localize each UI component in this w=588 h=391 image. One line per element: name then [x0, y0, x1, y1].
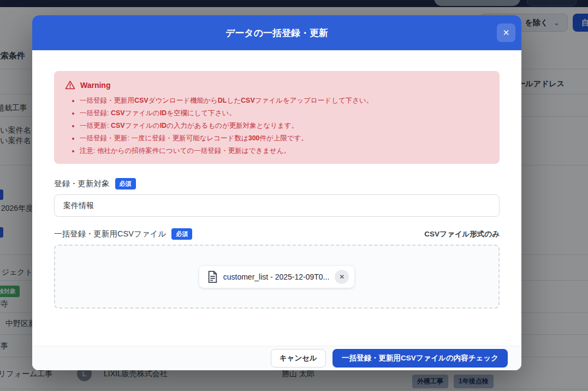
warning-item: 一括登録: CSVファイルのIDを空欄にして下さい。 [80, 109, 489, 117]
warning-list: 一括登録・更新用CSVダウンロード機能からDLしたCSVファイルをアップロードし… [65, 97, 489, 155]
warning-title: Warning [80, 81, 110, 90]
csv-content-check-button[interactable]: 一括登録・更新用CSVファイルの内容チェック [332, 349, 508, 368]
warning-item: 一括登録・更新用CSVダウンロード機能からDLしたCSVファイルをアップロードし… [80, 97, 489, 105]
warning-panel: Warning 一括登録・更新用CSVダウンロード機能からDLしたCSVファイル… [54, 71, 500, 164]
bulk-register-update-modal: データの一括登録・更新 ✕ Warning 一括登録・更新用CSVダウンロード機… [32, 15, 521, 370]
warning-triangle-icon [65, 80, 75, 90]
csv-field-label: 一括登録・更新用CSVファイル [54, 229, 166, 239]
document-icon [207, 271, 218, 283]
csv-field-label-row: 一括登録・更新用CSVファイル 必須 CSVファイル形式のみ [54, 228, 500, 240]
target-field-label-row: 登録・更新対象 必須 [54, 178, 500, 189]
warning-header: Warning [65, 80, 489, 90]
target-field-input[interactable] [54, 194, 500, 217]
csv-upload-dropzone[interactable]: customer_list - 2025-12-09T0... ✕ [54, 245, 500, 309]
required-badge: 必須 [171, 228, 192, 240]
warning-item: 注意: 他社からの招待案件についての一括登録・更新はできません。 [80, 147, 489, 155]
target-field-label: 登録・更新対象 [54, 179, 110, 189]
remove-file-icon[interactable]: ✕ [335, 270, 349, 284]
cancel-button[interactable]: キャンセル [271, 349, 326, 368]
modal-footer: キャンセル 一括登録・更新用CSVファイルの内容チェック [32, 346, 521, 370]
csv-format-note: CSVファイル形式のみ [424, 229, 500, 239]
uploaded-file-chip: customer_list - 2025-12-09T0... ✕ [199, 266, 355, 288]
modal-body: Warning 一括登録・更新用CSVダウンロード機能からDLしたCSVファイル… [32, 50, 521, 346]
warning-item: 一括登録・更新: 一度に登録・更新可能なレコード数は300件が上限です。 [80, 134, 489, 143]
close-icon[interactable]: ✕ [497, 23, 515, 42]
modal-header: データの一括登録・更新 ✕ [32, 15, 521, 50]
warning-item: 一括更新: CSVファイルのIDの入力があるものが更新対象となります。 [80, 122, 489, 130]
required-badge: 必須 [115, 178, 136, 189]
uploaded-file-name: customer_list - 2025-12-09T0... [223, 272, 330, 281]
modal-title: データの一括登録・更新 [225, 27, 328, 39]
